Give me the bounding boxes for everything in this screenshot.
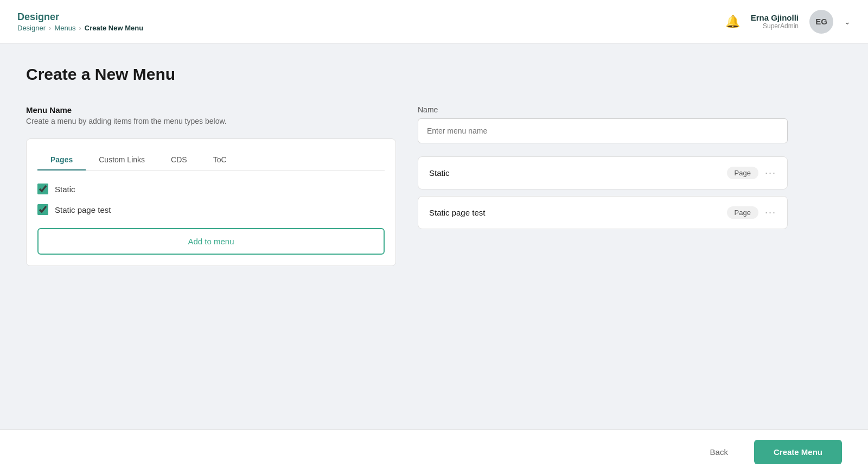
form-layout: Menu Name Create a menu by adding items … xyxy=(26,105,788,266)
left-panel: Menu Name Create a menu by adding items … xyxy=(26,105,396,266)
breadcrumb-active: Create New Menu xyxy=(85,24,143,32)
checkbox-static-label: Static xyxy=(55,185,75,194)
back-button[interactable]: Back xyxy=(693,441,745,463)
user-name: Erna Gjinolli xyxy=(751,13,799,22)
checkbox-item-static-page-test[interactable]: Static page test xyxy=(37,204,385,215)
footer-bar: Back Create Menu xyxy=(0,429,868,474)
menu-name-label: Menu Name xyxy=(26,105,396,115)
tab-cds[interactable]: CDS xyxy=(158,150,200,170)
menu-item-static-page-test-dots[interactable]: ··· xyxy=(765,207,776,218)
page-title: Create a New Menu xyxy=(26,65,788,84)
checkbox-static-page-test-label: Static page test xyxy=(55,205,111,214)
add-to-menu-button[interactable]: Add to menu xyxy=(37,228,385,255)
breadcrumb-designer[interactable]: Designer xyxy=(17,24,46,32)
header: Designer Designer › Menus › Create New M… xyxy=(0,0,868,43)
header-right: 🔔 Erna Gjinolli SuperAdmin EG ⌄ xyxy=(725,10,851,34)
user-info: Erna Gjinolli SuperAdmin xyxy=(751,13,799,30)
pages-panel: Pages Custom Links CDS ToC Static Static… xyxy=(26,138,396,266)
tab-custom-links[interactable]: Custom Links xyxy=(86,150,158,170)
menu-item-static: Static Page ··· xyxy=(418,156,788,189)
user-role: SuperAdmin xyxy=(751,22,799,30)
tab-pages[interactable]: Pages xyxy=(37,150,86,170)
checkbox-item-static[interactable]: Static xyxy=(37,184,385,194)
menu-item-static-page-test-name: Static page test xyxy=(429,208,485,217)
menu-item-static-name: Static xyxy=(429,168,450,178)
checkbox-static[interactable] xyxy=(37,184,48,194)
name-label: Name xyxy=(418,105,788,114)
header-left: Designer Designer › Menus › Create New M… xyxy=(17,11,143,32)
menu-item-static-dots[interactable]: ··· xyxy=(765,167,776,179)
checkbox-static-page-test[interactable] xyxy=(37,204,48,215)
avatar[interactable]: EG xyxy=(809,10,833,34)
breadcrumb-sep-1: › xyxy=(49,24,51,32)
menu-item-static-page-test: Static page test Page ··· xyxy=(418,196,788,229)
bell-icon[interactable]: 🔔 xyxy=(725,15,740,29)
menu-item-static-page-test-badge: Page xyxy=(727,206,758,219)
checkbox-list: Static Static page test xyxy=(37,184,385,215)
menu-items-list: Static Page ··· Static page test Page ··… xyxy=(418,156,788,229)
right-panel: Name Static Page ··· Static page test Pa… xyxy=(418,105,788,236)
menu-name-input[interactable] xyxy=(418,118,788,143)
menu-item-static-right: Page ··· xyxy=(727,167,776,179)
breadcrumb: Designer › Menus › Create New Menu xyxy=(17,24,143,32)
menu-name-desc: Create a menu by adding items from the m… xyxy=(26,117,396,125)
main-content: Create a New Menu Menu Name Create a men… xyxy=(0,43,814,288)
app-title: Designer xyxy=(17,11,143,23)
breadcrumb-sep-2: › xyxy=(79,24,81,32)
breadcrumb-menus[interactable]: Menus xyxy=(54,24,75,32)
menu-item-static-badge: Page xyxy=(727,167,758,179)
chevron-down-icon[interactable]: ⌄ xyxy=(844,17,851,26)
create-menu-button[interactable]: Create Menu xyxy=(754,440,842,464)
menu-item-static-page-test-right: Page ··· xyxy=(727,206,776,219)
tab-toc[interactable]: ToC xyxy=(200,150,240,170)
tabs-bar: Pages Custom Links CDS ToC xyxy=(37,150,385,170)
